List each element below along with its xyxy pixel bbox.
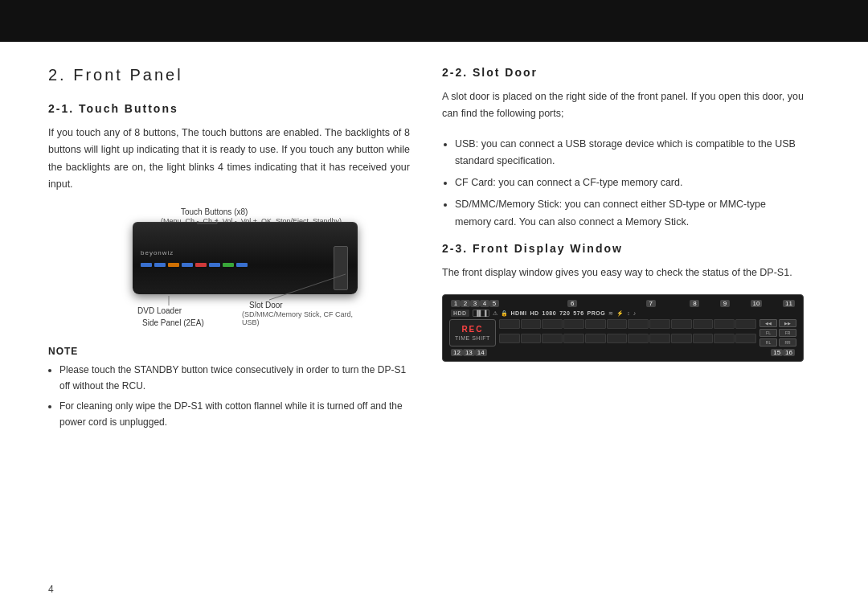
section-slot-body: A slot door is placed on the right side … xyxy=(442,88,804,123)
disp-num-15: 15 xyxy=(771,349,783,356)
disp-hdd-bars: ▐▌▐ xyxy=(473,310,489,317)
disp-num-7: 7 xyxy=(646,300,656,307)
btn-r6: RR xyxy=(779,338,796,347)
disp-usb-icon: ⚡ xyxy=(616,310,624,317)
note-title: NOTE xyxy=(48,346,410,357)
btn6 xyxy=(209,263,220,267)
disp-usb2-icon: ↕ xyxy=(627,310,630,316)
btn2 xyxy=(154,263,166,267)
disp-label-hdmi: HDMI xyxy=(511,310,527,316)
device-diagram: Touch Buttons (x8) (Menu, Ch -, Ch +, Vo… xyxy=(92,206,366,334)
btn-r3: FL xyxy=(760,329,777,337)
bullet-usb: USB: you can connect a USB storage devic… xyxy=(455,136,804,170)
disp-label-hd: HD xyxy=(530,310,538,316)
disp-num-5: 5 xyxy=(489,300,499,307)
disp-num-13: 13 xyxy=(463,349,475,356)
display-diagram: 1 2 3 4 5 6 7 8 9 10 11 xyxy=(442,294,804,362)
disp-num-3: 3 xyxy=(470,300,480,307)
cell xyxy=(607,334,628,343)
label-slot-sub: (SD/MMC/Memory Stick, CF Card, USB) xyxy=(242,310,366,326)
disp-num-9: 9 xyxy=(720,300,730,307)
cell xyxy=(542,334,563,343)
display-box: 1 2 3 4 5 6 7 8 9 10 11 xyxy=(442,294,804,362)
disp-num-10: 10 xyxy=(751,300,763,307)
right-column: 2-2. Slot Door A slot door is placed on … xyxy=(442,66,804,434)
disp-warning-icon: ⚠ xyxy=(493,310,497,317)
label-dvd: DVD Loader xyxy=(137,306,182,315)
btn4 xyxy=(182,263,193,267)
device-buttons xyxy=(141,263,248,267)
section-touch-body: If you touch any of 8 buttons, The touch… xyxy=(48,125,410,193)
note-list: Please touch the STANDBY button twice co… xyxy=(48,362,410,431)
page-number: 4 xyxy=(48,584,54,595)
rec-label: REC xyxy=(461,325,483,334)
cell xyxy=(628,334,649,343)
disp-num-2: 2 xyxy=(461,300,470,307)
bullet-sdmmc: SD/MMC/Memory Stick: you can connect eit… xyxy=(455,196,804,231)
cell xyxy=(714,334,735,343)
btn-r5: RL xyxy=(760,338,777,347)
right-row-2: FL FR xyxy=(760,329,796,337)
cell xyxy=(499,319,520,329)
cell xyxy=(671,319,692,329)
cell xyxy=(542,319,563,329)
cell xyxy=(521,334,542,343)
disp-audio-icon: ♪ xyxy=(633,310,637,316)
disp-rec-box: REC TIME SHIFT xyxy=(449,319,496,347)
page-title: 2. Front Panel xyxy=(48,66,410,84)
right-row-1: ◀◀ ▶▶ xyxy=(760,319,796,327)
note-item-1: Please touch the STANDBY button twice co… xyxy=(59,362,410,395)
section-display-body: The front display window gives you easy … xyxy=(442,264,804,281)
disp-num-8: 8 xyxy=(690,300,699,307)
top-bar xyxy=(0,0,868,42)
disp-num-6: 6 xyxy=(567,300,577,307)
disp-num-1: 1 xyxy=(451,300,461,307)
btn1 xyxy=(141,263,152,267)
cell xyxy=(563,319,584,329)
disp-right-panel: ◀◀ ▶▶ FL FR RL RR xyxy=(760,319,796,347)
disp-label-prog: PROG xyxy=(588,310,606,316)
device-image: beyonwiz xyxy=(133,222,358,294)
left-column: 2. Front Panel 2-1. Touch Buttons If you… xyxy=(48,66,410,434)
disp-num-4: 4 xyxy=(480,300,489,307)
section-display-title: 2-3. Front Display Window xyxy=(442,242,804,255)
bullet-cf: CF Card: you can connect a CF-type memor… xyxy=(455,174,804,191)
right-row-3: RL RR xyxy=(760,338,796,347)
btn5 xyxy=(195,263,207,267)
device-slot xyxy=(334,246,348,290)
btn-r1: ◀◀ xyxy=(760,319,777,327)
note-section: NOTE Please touch the STANDBY button twi… xyxy=(48,346,410,431)
cell xyxy=(628,319,649,329)
cell xyxy=(714,319,735,329)
disp-signal-icon: ≋ xyxy=(608,310,613,317)
label-slot: Slot Door xyxy=(249,301,283,310)
disp-bottom-numbers: 12 13 14 15 16 xyxy=(449,349,796,356)
cell xyxy=(563,334,584,343)
label-touch-buttons: Touch Buttons (x8) xyxy=(181,207,248,216)
device-brand: beyonwiz xyxy=(141,249,174,256)
note-item-2: For cleaning only wipe the DP-S1 with co… xyxy=(59,398,410,431)
cell xyxy=(735,319,756,329)
cell xyxy=(499,334,520,343)
cell xyxy=(585,319,606,329)
cell xyxy=(649,319,670,329)
btn8 xyxy=(236,263,248,267)
cell xyxy=(693,334,714,343)
disp-label-1080: 1080 xyxy=(542,310,557,316)
cell xyxy=(585,334,606,343)
disp-label-576: 576 xyxy=(573,310,583,316)
btn-r2: ▶▶ xyxy=(779,319,796,327)
slot-bullets: USB: you can connect a USB storage devic… xyxy=(442,136,804,231)
disp-lock-icon: 🔒 xyxy=(501,310,508,317)
disp-num-16: 16 xyxy=(783,349,795,356)
btn3 xyxy=(168,263,179,267)
main-content: 2. Front Panel 2-1. Touch Buttons If you… xyxy=(0,42,868,450)
cell xyxy=(521,319,542,329)
cell xyxy=(693,319,714,329)
disp-label-720: 720 xyxy=(559,310,570,316)
disp-num-14: 14 xyxy=(475,349,487,356)
disp-label-hdd: HDD xyxy=(451,310,469,317)
disp-main: REC TIME SHIFT xyxy=(449,319,796,347)
disp-cells xyxy=(499,319,756,347)
section-slot-title: 2-2. Slot Door xyxy=(442,66,804,79)
